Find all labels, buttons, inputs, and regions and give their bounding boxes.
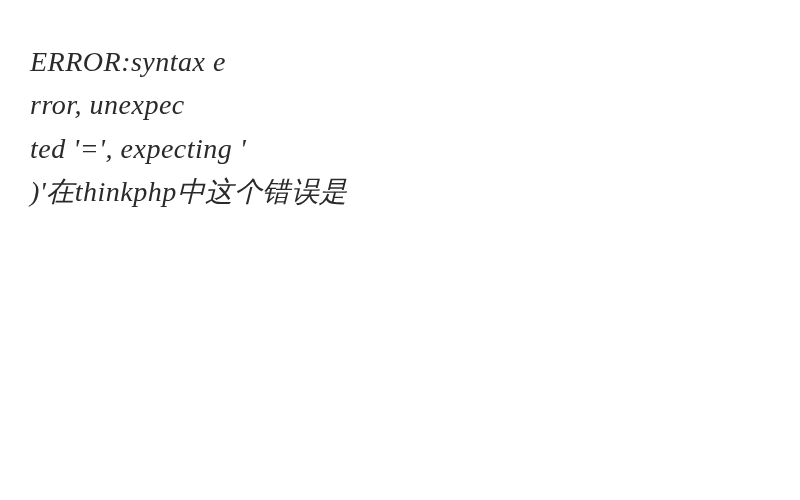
error-text-line-2: rror, unexpec (30, 89, 185, 120)
error-text-line-4: )'在thinkphp中这个错误是 (30, 176, 348, 207)
error-text-line-1: ERROR:syntax e (30, 46, 226, 77)
error-message-block: ERROR:syntax e rror, unexpec ted '=', ex… (30, 40, 770, 214)
error-text-line-3: ted '=', expecting ' (30, 133, 246, 164)
